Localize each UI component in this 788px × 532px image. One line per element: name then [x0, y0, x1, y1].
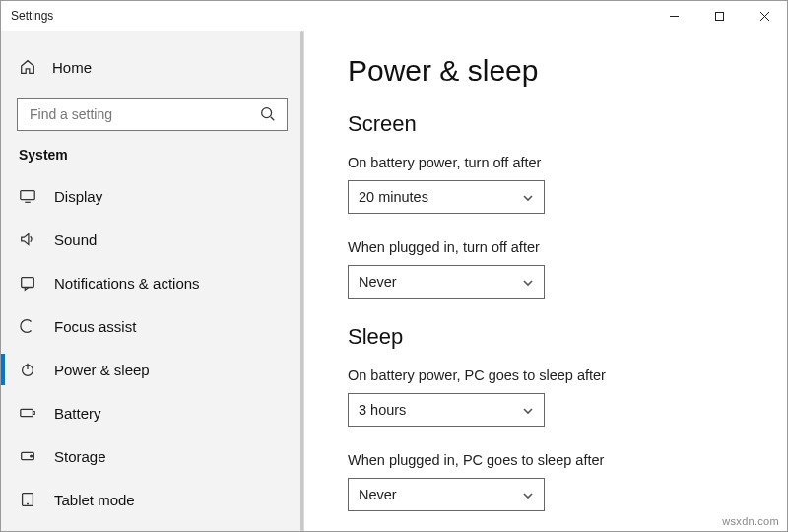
sidebar-item-label: Tablet mode — [54, 492, 135, 508]
screen-plugged-dropdown[interactable]: Never — [348, 265, 545, 299]
sidebar-item-label: Battery — [54, 405, 101, 422]
svg-line-5 — [271, 117, 275, 121]
screen-battery-label: On battery power, turn off after — [348, 155, 787, 170]
titlebar: Settings — [1, 1, 787, 31]
svg-rect-1 — [715, 12, 723, 20]
chevron-down-icon — [522, 191, 534, 203]
nav-list: Display Sound Notifications & actions Fo… — [1, 174, 303, 521]
sound-icon — [19, 231, 36, 248]
svg-rect-11 — [21, 409, 33, 416]
main-content: Power & sleep Screen On battery power, t… — [304, 31, 787, 531]
sidebar-item-label: Power & sleep — [54, 362, 150, 378]
notifications-icon — [19, 274, 36, 292]
close-button[interactable] — [742, 1, 787, 31]
tablet-icon — [19, 491, 36, 508]
sidebar-item-label: Storage — [54, 448, 106, 465]
sidebar-item-storage[interactable]: Storage — [1, 434, 303, 478]
sidebar-item-label: Notifications & actions — [54, 275, 200, 292]
sidebar-item-label: Focus assist — [54, 318, 136, 335]
watermark: wsxdn.com — [722, 515, 779, 527]
battery-icon — [19, 404, 36, 422]
screen-battery-dropdown[interactable]: 20 minutes — [348, 180, 545, 214]
dropdown-value: Never — [359, 274, 397, 290]
dropdown-value: 20 minutes — [359, 189, 428, 205]
sleep-battery-label: On battery power, PC goes to sleep after — [348, 367, 787, 383]
category-heading: System — [1, 145, 303, 174]
svg-point-14 — [31, 455, 33, 457]
sidebar-item-display[interactable]: Display — [1, 174, 303, 218]
screen-plugged-label: When plugged in, turn off after — [348, 239, 787, 255]
section-heading-screen: Screen — [348, 111, 787, 137]
storage-icon — [19, 447, 36, 465]
home-nav[interactable]: Home — [1, 46, 303, 88]
dropdown-value: 3 hours — [359, 402, 406, 418]
chevron-down-icon — [522, 404, 534, 416]
chevron-down-icon — [522, 276, 534, 288]
svg-point-4 — [262, 108, 272, 118]
sidebar-item-sound[interactable]: Sound — [1, 218, 303, 261]
power-icon — [19, 361, 36, 378]
sleep-battery-dropdown[interactable]: 3 hours — [348, 393, 545, 427]
sidebar-item-focus-assist[interactable]: Focus assist — [1, 304, 303, 348]
section-heading-sleep: Sleep — [348, 324, 787, 350]
sidebar: Home System Display Sound — [1, 31, 304, 531]
sidebar-item-tablet-mode[interactable]: Tablet mode — [1, 478, 303, 521]
sleep-plugged-dropdown[interactable]: Never — [348, 478, 545, 511]
home-label: Home — [52, 59, 92, 76]
home-icon — [19, 58, 36, 76]
display-icon — [19, 187, 36, 205]
sidebar-item-power-sleep[interactable]: Power & sleep — [1, 348, 303, 391]
svg-rect-12 — [33, 412, 34, 415]
maximize-button[interactable] — [696, 1, 742, 31]
focus-assist-icon — [19, 317, 36, 335]
window-controls — [651, 1, 787, 31]
sleep-plugged-label: When plugged in, PC goes to sleep after — [348, 452, 787, 468]
sidebar-item-label: Display — [54, 188, 102, 205]
chevron-down-icon — [522, 489, 534, 500]
svg-rect-6 — [21, 191, 34, 200]
sidebar-scrollbar[interactable] — [300, 31, 303, 531]
search-icon — [259, 105, 277, 123]
sidebar-item-notifications[interactable]: Notifications & actions — [1, 261, 303, 304]
sidebar-item-battery[interactable]: Battery — [1, 391, 303, 434]
minimize-button[interactable] — [651, 1, 696, 31]
svg-rect-8 — [22, 278, 34, 288]
window-title: Settings — [11, 9, 53, 23]
search-field[interactable] — [28, 105, 259, 123]
search-input[interactable] — [17, 98, 288, 131]
dropdown-value: Never — [359, 487, 397, 502]
sidebar-item-label: Sound — [54, 232, 97, 248]
page-title: Power & sleep — [348, 54, 787, 88]
